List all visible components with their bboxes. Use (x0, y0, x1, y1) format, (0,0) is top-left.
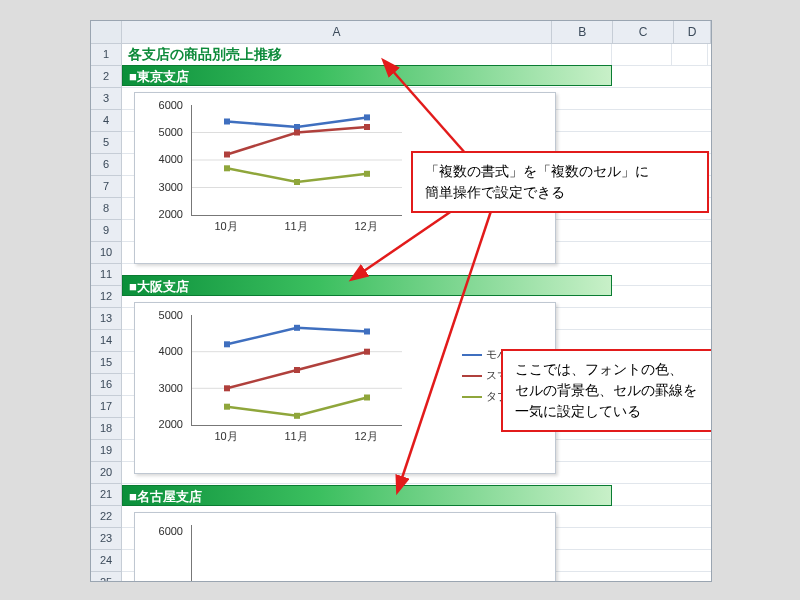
row-header[interactable]: 21 (91, 484, 121, 506)
chart-lines (192, 315, 402, 425)
row-header[interactable]: 22 (91, 506, 121, 528)
callout-format-detail: ここでは、フォントの色、 セルの背景色、セルの罫線を 一気に設定している (501, 349, 712, 432)
svg-rect-8 (364, 124, 370, 130)
svg-rect-15 (294, 325, 300, 331)
row-header-gutter: 1 2 3 4 5 6 7 8 9 10 11 12 13 14 15 16 1… (91, 44, 122, 582)
row-header[interactable]: 16 (91, 374, 121, 396)
x-axis-labels: 10月 11月 12月 (191, 219, 401, 234)
row-header[interactable]: 17 (91, 396, 121, 418)
svg-rect-17 (224, 385, 230, 391)
plot-area (191, 105, 402, 216)
column-header-row: A B C D (91, 21, 711, 44)
row-header[interactable]: 19 (91, 440, 121, 462)
svg-rect-7 (294, 130, 300, 136)
col-header-d[interactable]: D (674, 21, 711, 43)
svg-rect-11 (364, 171, 370, 177)
legend-swatch-icon (462, 396, 482, 398)
svg-rect-20 (224, 404, 230, 410)
branch-bar-nagoya: ■名古屋支店 (122, 485, 612, 506)
svg-rect-18 (294, 367, 300, 373)
svg-rect-10 (294, 179, 300, 185)
row-header[interactable]: 2 (91, 66, 121, 88)
chart-osaka[interactable]: 5000 4000 3000 2000 (134, 302, 556, 474)
chart-lines (192, 105, 402, 215)
cell-grid[interactable]: 各支店の商品別売上推移 (122, 44, 711, 582)
page-title: 各支店の商品別売上推移 (122, 44, 552, 65)
row-header[interactable]: 6 (91, 154, 121, 176)
svg-rect-4 (294, 124, 300, 130)
svg-rect-14 (224, 341, 230, 347)
row-header[interactable]: 24 (91, 550, 121, 572)
x-axis-labels: 10月 11月 12月 (191, 429, 401, 444)
callout-text: 一気に設定している (515, 401, 712, 422)
row-header[interactable]: 10 (91, 242, 121, 264)
row-header[interactable]: 4 (91, 110, 121, 132)
col-header-b[interactable]: B (552, 21, 613, 43)
app-frame: A B C D 1 2 3 4 5 6 7 8 9 10 11 12 13 14 (0, 0, 800, 600)
callout-multi-format: 「複数の書式」を「複数のセル」に 簡単操作で設定できる (411, 151, 709, 213)
row-header[interactable]: 3 (91, 88, 121, 110)
callout-text: セルの背景色、セルの罫線を (515, 380, 712, 401)
row-header[interactable]: 14 (91, 330, 121, 352)
svg-rect-16 (364, 329, 370, 335)
callout-text: 簡単操作で設定できる (425, 182, 695, 203)
plot-area (191, 315, 402, 426)
plot-area (191, 525, 402, 582)
svg-rect-22 (364, 395, 370, 401)
row-header[interactable]: 12 (91, 286, 121, 308)
callout-text: ここでは、フォントの色、 (515, 359, 712, 380)
spreadsheet: A B C D 1 2 3 4 5 6 7 8 9 10 11 12 13 14 (90, 20, 712, 582)
y-axis-labels: 5000 4000 3000 2000 (145, 311, 187, 425)
svg-rect-9 (224, 165, 230, 171)
row-header[interactable]: 18 (91, 418, 121, 440)
y-axis-labels: 6000 (145, 521, 187, 582)
col-header-c[interactable]: C (613, 21, 674, 43)
legend-swatch-icon (462, 354, 482, 356)
svg-rect-6 (224, 152, 230, 158)
legend-swatch-icon (462, 375, 482, 377)
svg-rect-19 (364, 349, 370, 355)
row-header[interactable]: 13 (91, 308, 121, 330)
row-header[interactable]: 7 (91, 176, 121, 198)
svg-rect-3 (224, 119, 230, 125)
row-header[interactable]: 1 (91, 44, 121, 66)
svg-rect-21 (294, 413, 300, 419)
row-header[interactable]: 5 (91, 132, 121, 154)
callout-text: 「複数の書式」を「複数のセル」に (425, 161, 695, 182)
row-header[interactable]: 15 (91, 352, 121, 374)
svg-rect-5 (364, 114, 370, 120)
chart-nagoya[interactable]: 6000 (134, 512, 556, 582)
col-header-a[interactable]: A (122, 21, 552, 43)
y-axis-labels: 6000 5000 4000 3000 2000 (145, 101, 187, 215)
row-header[interactable]: 23 (91, 528, 121, 550)
row-header[interactable]: 25 (91, 572, 121, 582)
row-header[interactable]: 11 (91, 264, 121, 286)
row-header[interactable]: 9 (91, 220, 121, 242)
select-all-corner[interactable] (91, 21, 122, 43)
branch-bar-tokyo: ■東京支店 (122, 65, 612, 86)
row-header[interactable]: 20 (91, 462, 121, 484)
row-header[interactable]: 8 (91, 198, 121, 220)
branch-bar-osaka: ■大阪支店 (122, 275, 612, 296)
